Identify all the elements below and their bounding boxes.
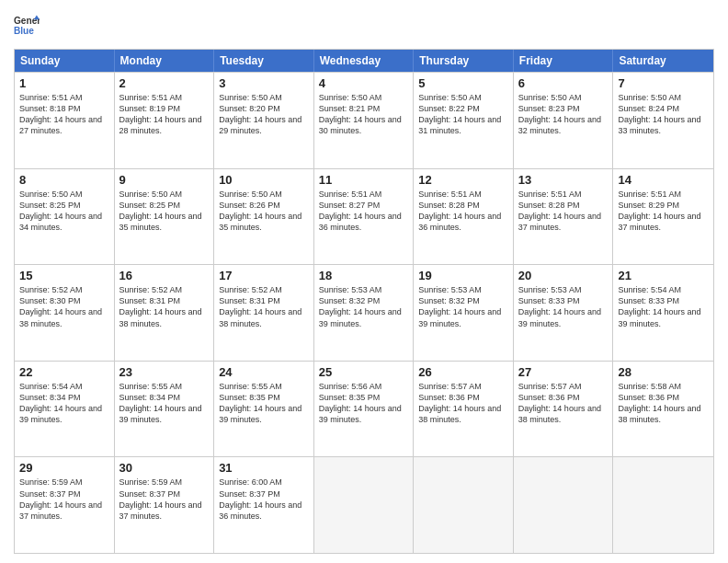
day-number: 29 [19,461,109,475]
day-number: 11 [319,173,409,187]
day-cell-23: 23 Sunrise: 5:55 AMSunset: 8:34 PMDaylig… [115,362,215,457]
day-cell-3: 3 Sunrise: 5:50 AMSunset: 8:20 PMDayligh… [214,73,314,168]
header-day-saturday: Saturday [613,50,713,72]
day-number: 8 [19,173,109,187]
day-cell-15: 15 Sunrise: 5:52 AMSunset: 8:30 PMDaylig… [15,265,115,361]
cell-info: Sunrise: 6:00 AMSunset: 8:37 PMDaylight:… [219,477,301,520]
cell-info: Sunrise: 5:50 AMSunset: 8:25 PMDaylight:… [19,190,102,232]
day-cell-14: 14 Sunrise: 5:51 AMSunset: 8:29 PMDaylig… [613,169,713,265]
day-number: 18 [319,269,409,282]
cell-info: Sunrise: 5:50 AMSunset: 8:21 PMDaylight:… [319,93,402,135]
calendar-week-5: 29 Sunrise: 5:59 AMSunset: 8:37 PMDaylig… [15,456,713,553]
calendar-header: SundayMondayTuesdayWednesdayThursdayFrid… [15,50,713,72]
day-cell-21: 21 Sunrise: 5:54 AMSunset: 8:33 PMDaylig… [613,265,713,361]
logo: General Blue [14,14,40,40]
cell-info: Sunrise: 5:51 AMSunset: 8:27 PMDaylight:… [319,190,402,232]
day-cell-30: 30 Sunrise: 5:59 AMSunset: 8:37 PMDaylig… [115,457,215,553]
day-number: 27 [518,365,609,379]
day-cell-13: 13 Sunrise: 5:51 AMSunset: 8:28 PMDaylig… [514,169,614,265]
page: General Blue SundayMondayTuesdayWednesda… [0,0,728,563]
cell-info: Sunrise: 5:51 AMSunset: 8:28 PMDaylight:… [518,190,601,232]
cell-info: Sunrise: 5:54 AMSunset: 8:34 PMDaylight:… [19,382,102,424]
cell-info: Sunrise: 5:55 AMSunset: 8:34 PMDaylight:… [119,382,202,424]
day-cell-6: 6 Sunrise: 5:50 AMSunset: 8:23 PMDayligh… [514,73,614,168]
day-number: 13 [518,173,609,187]
day-cell-16: 16 Sunrise: 5:52 AMSunset: 8:31 PMDaylig… [115,265,215,361]
day-cell-9: 9 Sunrise: 5:50 AMSunset: 8:25 PMDayligh… [115,169,215,265]
day-number: 21 [618,269,709,282]
cell-info: Sunrise: 5:51 AMSunset: 8:28 PMDaylight:… [418,190,501,232]
day-cell-7: 7 Sunrise: 5:50 AMSunset: 8:24 PMDayligh… [613,73,713,168]
day-number: 26 [418,365,508,379]
cell-info: Sunrise: 5:59 AMSunset: 8:37 PMDaylight:… [19,477,102,520]
cell-info: Sunrise: 5:50 AMSunset: 8:22 PMDaylight:… [418,93,501,135]
day-cell-20: 20 Sunrise: 5:53 AMSunset: 8:33 PMDaylig… [514,265,614,361]
day-cell-19: 19 Sunrise: 5:53 AMSunset: 8:32 PMDaylig… [414,265,514,361]
day-number: 5 [418,76,508,90]
svg-text:Blue: Blue [14,26,34,36]
day-cell-29: 29 Sunrise: 5:59 AMSunset: 8:37 PMDaylig… [15,457,115,553]
day-cell-5: 5 Sunrise: 5:50 AMSunset: 8:22 PMDayligh… [414,73,514,168]
cell-info: Sunrise: 5:52 AMSunset: 8:31 PMDaylight:… [119,285,202,327]
cell-info: Sunrise: 5:57 AMSunset: 8:36 PMDaylight:… [518,382,601,424]
header: General Blue [14,14,714,40]
day-number: 30 [119,461,210,475]
calendar: SundayMondayTuesdayWednesdayThursdayFrid… [14,49,714,554]
cell-info: Sunrise: 5:59 AMSunset: 8:37 PMDaylight:… [119,477,202,520]
day-cell-26: 26 Sunrise: 5:57 AMSunset: 8:36 PMDaylig… [414,362,514,457]
empty-cell [613,457,713,553]
header-day-thursday: Thursday [414,50,514,72]
header-day-monday: Monday [115,50,215,72]
day-number: 14 [618,173,709,187]
day-number: 3 [219,76,309,90]
day-number: 28 [618,365,709,379]
cell-info: Sunrise: 5:51 AMSunset: 8:19 PMDaylight:… [119,93,202,135]
day-number: 7 [618,76,709,90]
cell-info: Sunrise: 5:50 AMSunset: 8:25 PMDaylight:… [119,190,202,232]
day-cell-8: 8 Sunrise: 5:50 AMSunset: 8:25 PMDayligh… [15,169,115,265]
day-cell-4: 4 Sunrise: 5:50 AMSunset: 8:21 PMDayligh… [314,73,415,168]
day-number: 20 [518,269,609,282]
day-number: 6 [518,76,609,90]
header-day-wednesday: Wednesday [314,50,415,72]
day-number: 24 [219,365,309,379]
cell-info: Sunrise: 5:52 AMSunset: 8:30 PMDaylight:… [19,285,102,327]
cell-info: Sunrise: 5:50 AMSunset: 8:20 PMDaylight:… [219,93,301,135]
day-cell-31: 31 Sunrise: 6:00 AMSunset: 8:37 PMDaylig… [214,457,314,553]
day-cell-24: 24 Sunrise: 5:55 AMSunset: 8:35 PMDaylig… [214,362,314,457]
day-cell-17: 17 Sunrise: 5:52 AMSunset: 8:31 PMDaylig… [214,265,314,361]
day-number: 17 [219,269,309,282]
calendar-week-1: 1 Sunrise: 5:51 AMSunset: 8:18 PMDayligh… [15,72,713,168]
cell-info: Sunrise: 5:52 AMSunset: 8:31 PMDaylight:… [219,285,301,327]
day-cell-2: 2 Sunrise: 5:51 AMSunset: 8:19 PMDayligh… [115,73,215,168]
header-day-sunday: Sunday [15,50,115,72]
cell-info: Sunrise: 5:53 AMSunset: 8:33 PMDaylight:… [518,285,601,327]
calendar-body: 1 Sunrise: 5:51 AMSunset: 8:18 PMDayligh… [15,72,713,553]
day-number: 12 [418,173,508,187]
day-number: 19 [418,269,508,282]
empty-cell [514,457,614,553]
day-number: 31 [219,461,309,475]
day-number: 1 [19,76,109,90]
header-day-friday: Friday [514,50,614,72]
logo-icon: General Blue [14,14,40,40]
cell-info: Sunrise: 5:50 AMSunset: 8:23 PMDaylight:… [518,93,601,135]
calendar-week-3: 15 Sunrise: 5:52 AMSunset: 8:30 PMDaylig… [15,264,713,361]
day-cell-18: 18 Sunrise: 5:53 AMSunset: 8:32 PMDaylig… [314,265,415,361]
cell-info: Sunrise: 5:53 AMSunset: 8:32 PMDaylight:… [319,285,402,327]
day-number: 4 [319,76,409,90]
cell-info: Sunrise: 5:53 AMSunset: 8:32 PMDaylight:… [418,285,501,327]
day-number: 22 [19,365,109,379]
empty-cell [314,457,415,553]
day-cell-27: 27 Sunrise: 5:57 AMSunset: 8:36 PMDaylig… [514,362,614,457]
cell-info: Sunrise: 5:50 AMSunset: 8:26 PMDaylight:… [219,190,301,232]
day-number: 23 [119,365,210,379]
cell-info: Sunrise: 5:51 AMSunset: 8:29 PMDaylight:… [618,190,700,232]
day-cell-28: 28 Sunrise: 5:58 AMSunset: 8:36 PMDaylig… [613,362,713,457]
cell-info: Sunrise: 5:57 AMSunset: 8:36 PMDaylight:… [418,382,501,424]
cell-info: Sunrise: 5:56 AMSunset: 8:35 PMDaylight:… [319,382,402,424]
day-number: 9 [119,173,210,187]
day-cell-10: 10 Sunrise: 5:50 AMSunset: 8:26 PMDaylig… [214,169,314,265]
cell-info: Sunrise: 5:51 AMSunset: 8:18 PMDaylight:… [19,93,102,135]
header-day-tuesday: Tuesday [214,50,314,72]
